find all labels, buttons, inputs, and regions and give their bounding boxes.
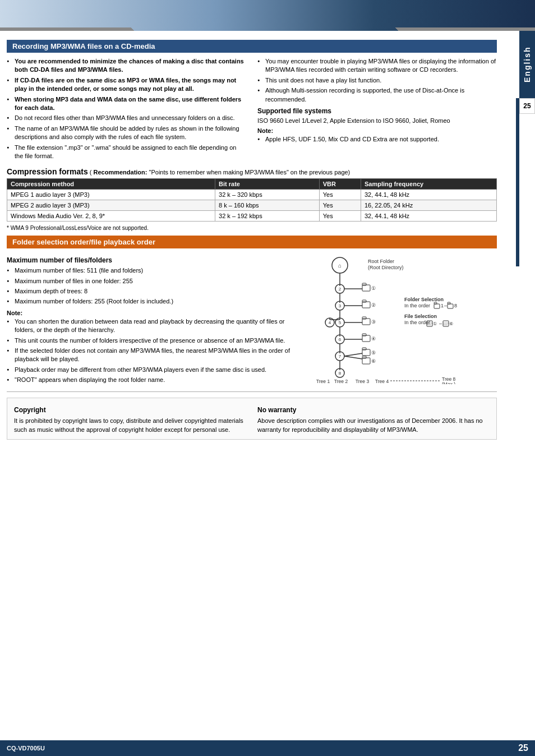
svg-rect-60	[362, 349, 370, 356]
svg-text:(Max.): (Max.)	[442, 381, 455, 384]
svg-text:Root Folder: Root Folder	[368, 259, 394, 264]
compression-footnote: * WMA 9 Professional/LossLess/Voice are …	[7, 225, 497, 231]
copyright-col: Copyright It is prohibited by copyright …	[14, 403, 246, 435]
col-header-sampling: Sampling frequency	[361, 179, 497, 190]
svg-text:7: 7	[339, 354, 342, 359]
svg-text:2: 2	[339, 287, 342, 292]
table-cell: 32 k – 320 kbps	[215, 190, 320, 200]
top-banner	[0, 0, 535, 31]
folder-right-col: ⌂ Root Folder (Root Directory) 2	[306, 253, 497, 388]
svg-text:6: 6	[339, 337, 342, 342]
table-cell: 32, 44.1, 48 kHz	[361, 211, 497, 222]
bullet-item: The name of an MP3/WMA file should be ad…	[7, 125, 246, 142]
table-cell: MPEG 2 audio layer 3 (MP3)	[7, 200, 215, 211]
folder-left-col: Maximum number of files/folders Maximum …	[7, 253, 301, 388]
svg-text:⑥: ⑥	[449, 321, 453, 326]
note-bullets: Apple HFS, UDF 1.50, Mix CD and CD Extra…	[257, 135, 497, 144]
svg-text:①: ①	[371, 285, 376, 291]
note-header: Note:	[257, 127, 497, 134]
bullet-item: Maximum number of files in one folder: 2…	[7, 277, 301, 285]
tree-diagram-svg: ⌂ Root Folder (Root Directory) 2	[306, 255, 497, 384]
bullet-item: If the selected folder does not contain …	[7, 347, 301, 364]
svg-text:1: 1	[441, 303, 444, 308]
recording-left-bullets: You are recommended to minimize the chan…	[7, 57, 246, 160]
col-header-vbr: VBR	[319, 179, 361, 190]
svg-text:Tree 4: Tree 4	[375, 379, 389, 384]
supported-fs-text: ISO 9660 Level 1/Level 2, Apple Extensio…	[257, 117, 497, 124]
table-cell: Windows Media Audio Ver. 2, 8, 9*	[7, 211, 215, 222]
table-cell: Yes	[319, 190, 361, 200]
compression-intro: Compression formats ( Recommendation: "P…	[7, 167, 497, 176]
bullet-item: Playback order may be different from oth…	[7, 366, 301, 374]
table-cell: 16, 22.05, 24 kHz	[361, 200, 497, 211]
svg-rect-64	[362, 358, 370, 364]
svg-line-59	[344, 353, 362, 356]
svg-text:4: 4	[329, 320, 331, 325]
no-warranty-col: No warranty Above description complies w…	[257, 403, 490, 435]
recommendation-label: Recommendation:	[94, 169, 147, 176]
table-row: MPEG 1 audio layer 3 (MP3) 32 k – 320 kb…	[7, 190, 497, 200]
svg-text:Tree 2: Tree 2	[334, 379, 348, 384]
bullet-item: You may encounter trouble in playing MP3…	[257, 57, 497, 75]
svg-text:②: ②	[371, 302, 376, 308]
bullet-item: The file extension ".mp3" or ".wma" shou…	[7, 144, 246, 161]
svg-rect-15	[362, 302, 370, 308]
svg-text:Tree 1: Tree 1	[316, 379, 330, 384]
bullet-item: This unit does not have a play list func…	[257, 76, 497, 85]
table-cell: Yes	[319, 200, 361, 211]
bullet-item: If CD-DA files are on the same disc as M…	[7, 76, 246, 94]
col-header-bitrate: Bit rate	[215, 179, 320, 190]
table-row: Windows Media Audio Ver. 2, 8, 9* 32 k –…	[7, 211, 497, 222]
table-row: MPEG 2 audio layer 3 (MP3) 8 k – 160 kbp…	[7, 200, 497, 211]
bullet-item: You can shorten the duration between dat…	[7, 317, 301, 335]
svg-text:–: –	[444, 303, 447, 308]
max-files-header: Maximum number of files/folders	[7, 256, 301, 264]
svg-rect-53	[362, 335, 370, 342]
page-wrapper: English 25 Recording MP3/WMA files on a …	[0, 0, 535, 756]
blue-stripe	[516, 98, 519, 266]
svg-rect-21	[434, 302, 437, 304]
folder-section-content: Maximum number of files/folders Maximum …	[7, 253, 497, 388]
recording-right-col: You may encounter trouble in playing MP3…	[257, 57, 497, 164]
no-warranty-text: Above description complies with our inve…	[257, 416, 490, 435]
table-cell: 32, 44.1, 48 kHz	[361, 190, 497, 200]
product-code: CQ-VD7005U	[7, 745, 45, 752]
svg-rect-25	[448, 302, 450, 304]
svg-text:–: –	[439, 321, 442, 326]
bullet-item: When storing MP3 data and WMA data on th…	[7, 95, 246, 113]
svg-text:③: ③	[371, 319, 376, 325]
language-tab: English	[519, 31, 535, 98]
table-cell: MPEG 1 audio layer 3 (MP3)	[7, 190, 215, 200]
svg-rect-20	[434, 304, 440, 308]
svg-rect-24	[448, 304, 453, 308]
table-cell: 8 k – 160 kbps	[215, 200, 320, 211]
svg-text:8: 8	[339, 371, 342, 376]
bullet-item: Do not record files other than MP3/WMA f…	[7, 114, 246, 122]
max-files-bullets: Maximum number of files: 511 (file and f…	[7, 266, 301, 306]
svg-text:In the order: In the order	[404, 320, 430, 325]
svg-text:3: 3	[339, 303, 342, 308]
recording-left-col: You are recommended to minimize the chan…	[7, 57, 246, 164]
divider	[7, 391, 497, 392]
svg-line-63	[344, 356, 362, 359]
svg-text:⌂: ⌂	[338, 262, 342, 269]
copyright-header: Copyright	[14, 406, 246, 414]
no-warranty-header: No warranty	[257, 406, 490, 414]
svg-text:⑤: ⑤	[371, 350, 376, 356]
copyright-text: It is prohibited by copyright laws to co…	[14, 416, 246, 435]
bullet-item: You are recommended to minimize the chan…	[7, 57, 246, 75]
svg-text:Tree 3: Tree 3	[356, 379, 370, 384]
folder-note-bullets: You can shorten the duration between dat…	[7, 317, 301, 385]
bullet-item: Maximum number of files: 511 (file and f…	[7, 266, 301, 275]
recording-two-col: You are recommended to minimize the chan…	[7, 57, 497, 164]
svg-text:In the order: In the order	[404, 303, 430, 308]
svg-text:①: ①	[433, 321, 437, 326]
recommendation-text: "Points to remember when making MP3/WMA …	[149, 169, 350, 176]
compression-title: Compression formats	[7, 167, 88, 176]
copyright-section: Copyright It is prohibited by copyright …	[7, 398, 497, 440]
tree-diagram: ⌂ Root Folder (Root Directory) 2	[306, 255, 497, 384]
page-number-bottom: 25	[518, 743, 528, 753]
svg-text:8: 8	[454, 303, 457, 308]
svg-text:⑥: ⑥	[371, 358, 376, 364]
svg-rect-45	[443, 321, 449, 326]
